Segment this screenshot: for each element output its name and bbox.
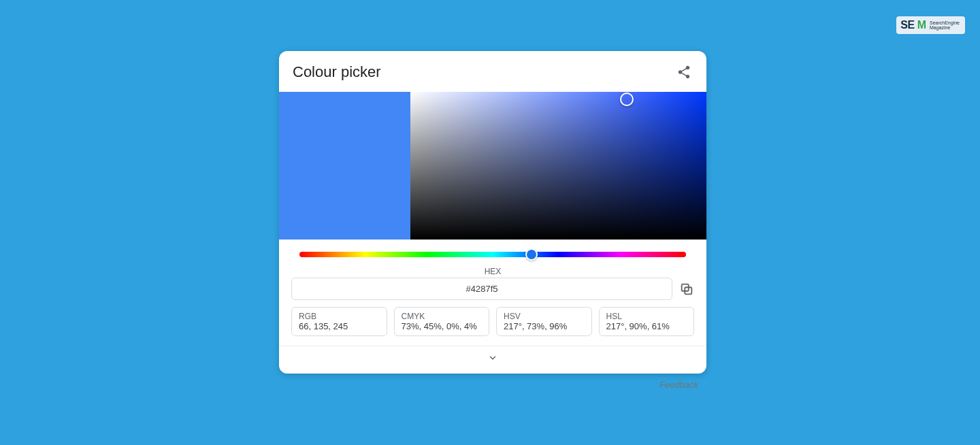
hex-input[interactable]: #4287f5 bbox=[291, 278, 672, 300]
hue-thumb[interactable] bbox=[525, 248, 538, 261]
colour-picker-card: Colour picker HEX #4287f5 bbox=[279, 51, 706, 374]
cmyk-box[interactable]: CMYK 73%, 45%, 0%, 4% bbox=[394, 307, 490, 336]
sv-handle[interactable] bbox=[620, 93, 634, 106]
saturation-value-panel[interactable] bbox=[410, 92, 706, 240]
selected-colour-swatch bbox=[279, 92, 410, 240]
rgb-box[interactable]: RGB 66, 135, 245 bbox=[291, 307, 387, 336]
expand-button[interactable] bbox=[279, 346, 706, 374]
share-icon[interactable] bbox=[676, 65, 691, 80]
picker-area bbox=[279, 92, 706, 240]
rgb-value: 66, 135, 245 bbox=[299, 321, 380, 331]
rgb-label: RGB bbox=[299, 312, 380, 321]
chevron-down-icon bbox=[488, 353, 497, 363]
hex-section: HEX #4287f5 bbox=[279, 257, 706, 300]
hex-label: HEX bbox=[291, 267, 694, 276]
feedback-link[interactable]: Feedback bbox=[659, 380, 698, 390]
hsl-value: 217°, 90%, 61% bbox=[606, 321, 687, 331]
colour-values-row: RGB 66, 135, 245 CMYK 73%, 45%, 0%, 4% H… bbox=[279, 300, 706, 346]
watermark-m: M bbox=[917, 19, 926, 31]
hue-slider[interactable] bbox=[299, 252, 686, 257]
sv-gradient bbox=[410, 92, 706, 240]
cmyk-label: CMYK bbox=[402, 312, 483, 321]
cmyk-value: 73%, 45%, 0%, 4% bbox=[402, 321, 483, 331]
hex-row: #4287f5 bbox=[291, 278, 694, 300]
hsv-label: HSV bbox=[504, 312, 585, 321]
hsv-box[interactable]: HSV 217°, 73%, 96% bbox=[496, 307, 592, 336]
card-header: Colour picker bbox=[279, 51, 706, 92]
hue-slider-wrap bbox=[279, 240, 706, 257]
watermark-badge: SEM SearchEngine Magazine bbox=[896, 16, 965, 34]
card-title: Colour picker bbox=[293, 63, 381, 81]
copy-icon[interactable] bbox=[679, 282, 694, 297]
hsl-label: HSL bbox=[606, 312, 687, 321]
watermark-subtitle: SearchEngine Magazine bbox=[930, 20, 960, 30]
hsv-value: 217°, 73%, 96% bbox=[504, 321, 585, 331]
watermark-prefix: SE bbox=[900, 19, 914, 31]
hsl-box[interactable]: HSL 217°, 90%, 61% bbox=[599, 307, 695, 336]
